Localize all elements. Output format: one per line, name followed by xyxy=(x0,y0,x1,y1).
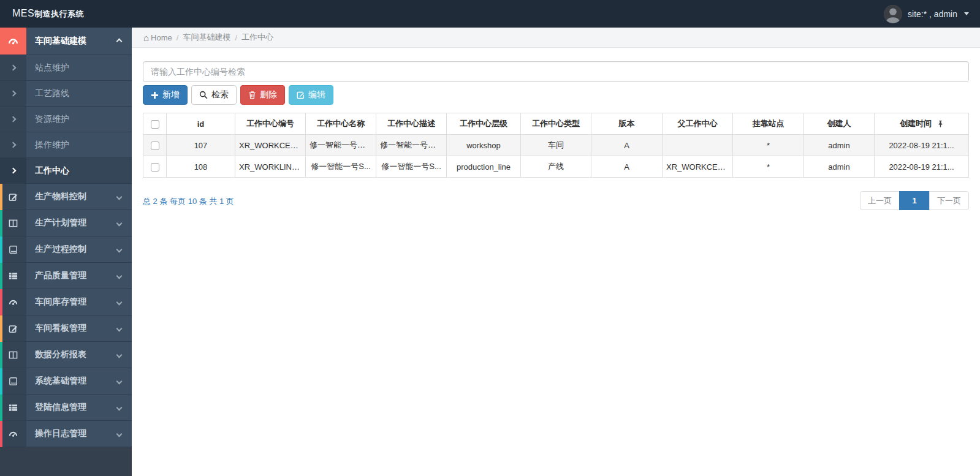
sidebar-item-label: 站点维护 xyxy=(26,55,132,80)
column-header-creator[interactable]: 创建人 xyxy=(804,113,875,135)
row-select-cell xyxy=(143,156,167,178)
chevron-down-icon xyxy=(116,194,123,200)
table-cell: 2022-08-19 21:1... xyxy=(875,156,969,178)
chevron-down-icon xyxy=(116,431,123,437)
column-header-code[interactable]: 工作中心编号 xyxy=(235,113,306,135)
sidebar-section-workshop-basic-modeling[interactable]: 车间基础建模 xyxy=(0,28,132,55)
sidebar-section-production-material-control[interactable]: 生产物料控制 xyxy=(0,184,132,210)
column-header-type[interactable]: 工作中心类型 xyxy=(521,113,591,135)
breadcrumb-section[interactable]: 车间基础建模 xyxy=(183,32,230,43)
table-cell: A xyxy=(591,156,663,178)
edit-icon xyxy=(0,184,26,210)
column-header-level[interactable]: 工作中心层级 xyxy=(447,113,521,135)
sidebar-item-operation-maintenance[interactable]: 操作维护 xyxy=(0,132,132,158)
user-label: site:* , admin xyxy=(908,9,957,19)
sidebar-section-data-analysis-report[interactable]: 数据分析报表 xyxy=(0,342,132,368)
column-header-parent[interactable]: 父工作中心 xyxy=(663,113,733,135)
column-header-name[interactable]: 工作中心名称 xyxy=(306,113,376,135)
add-button[interactable]: 新增 xyxy=(143,85,188,105)
book-icon xyxy=(0,236,26,262)
home-icon: ⌂ xyxy=(143,33,149,42)
sidebar-section-label: 操作日志管理 xyxy=(26,421,117,447)
sidebar-section-label: 车间基础建模 xyxy=(26,28,117,55)
sidebar-item-site-maintenance[interactable]: 站点维护 xyxy=(0,55,132,81)
section-color-strip xyxy=(0,421,2,447)
row-checkbox[interactable] xyxy=(151,142,159,150)
sidebar: 车间基础建模 站点维护 工艺路线 资源维护 操作维护 工作中心 生产物料控制 生… xyxy=(0,28,132,476)
table-cell: * xyxy=(733,135,804,156)
pin-icon[interactable] xyxy=(938,120,943,127)
column-header-description[interactable]: 工作中心描述 xyxy=(376,113,447,135)
content-panel: 新增 检索 删除 编辑 xyxy=(132,48,980,210)
sidebar-section-operation-log-management[interactable]: 操作日志管理 xyxy=(0,421,132,447)
table-row[interactable]: 107 XR_WORKCEN... 修一智能一号车间 修一智能一号车间 work… xyxy=(143,135,969,156)
sidebar-item-process-route[interactable]: 工艺路线 xyxy=(0,81,132,107)
chevron-down-icon xyxy=(116,246,123,252)
sidebar-section-product-quality-management[interactable]: 产品质量管理 xyxy=(0,263,132,289)
table-cell: 修一智能一号S... xyxy=(376,156,447,178)
main-area: ⌂ Home / 车间基础建模 / 工作中心 新增 检索 删除 编辑 xyxy=(132,28,980,476)
search-button[interactable]: 检索 xyxy=(191,85,237,105)
table-cell: production_line xyxy=(447,156,521,178)
columns-icon xyxy=(0,210,26,236)
column-header-station[interactable]: 挂靠站点 xyxy=(733,113,804,135)
table-cell: 107 xyxy=(167,135,235,156)
sidebar-item-label: 操作维护 xyxy=(26,132,132,157)
column-header-version[interactable]: 版本 xyxy=(591,113,663,135)
sidebar-item-resource-maintenance[interactable]: 资源维护 xyxy=(0,107,132,132)
caret-down-icon xyxy=(964,12,969,15)
next-page-button[interactable]: 下一页 xyxy=(929,191,969,210)
breadcrumb-home-link[interactable]: ⌂ Home xyxy=(143,33,172,42)
app-logo: MES制造执行系统 xyxy=(12,8,84,20)
column-header-id[interactable]: id xyxy=(167,113,235,135)
section-color-strip xyxy=(0,315,2,342)
trash-icon xyxy=(248,91,256,99)
person-silhouette-icon xyxy=(884,5,902,23)
chevron-right-icon xyxy=(0,132,26,157)
page-1-button[interactable]: 1 xyxy=(899,191,930,210)
table-cell: 车间 xyxy=(521,135,591,156)
sidebar-section-workshop-kanban-management[interactable]: 车间看板管理 xyxy=(0,315,132,342)
add-button-label: 新增 xyxy=(162,89,180,100)
prev-page-button[interactable]: 上一页 xyxy=(860,191,900,210)
sidebar-section-label: 登陆信息管理 xyxy=(26,395,117,420)
select-all-checkbox[interactable] xyxy=(151,120,159,129)
workcenter-table: id 工作中心编号 工作中心名称 工作中心描述 工作中心层级 工作中心类型 版本… xyxy=(143,113,969,178)
edit-button[interactable]: 编辑 xyxy=(289,85,333,105)
column-header-created-time[interactable]: 创建时间 xyxy=(875,113,969,135)
row-checkbox[interactable] xyxy=(151,163,159,172)
table-cell: * xyxy=(733,156,804,178)
sidebar-section-production-process-control[interactable]: 生产过程控制 xyxy=(0,236,132,263)
sidebar-section-label: 车间库存管理 xyxy=(26,289,117,315)
section-color-strip xyxy=(0,395,2,421)
table-cell xyxy=(663,135,733,156)
delete-button[interactable]: 删除 xyxy=(240,85,285,105)
table-cell: XR_WORKLINE... xyxy=(235,156,306,178)
search-input[interactable] xyxy=(143,61,969,82)
section-color-strip xyxy=(0,289,2,315)
chevron-right-icon xyxy=(0,107,26,132)
sidebar-section-label: 车间看板管理 xyxy=(26,315,117,341)
chevron-right-icon xyxy=(0,55,26,80)
user-avatar xyxy=(884,5,902,23)
section-color-strip xyxy=(0,210,2,236)
sidebar-section-workshop-inventory-management[interactable]: 车间库存管理 xyxy=(0,289,132,315)
chevron-down-icon xyxy=(116,220,123,226)
table-header-row: id 工作中心编号 工作中心名称 工作中心描述 工作中心层级 工作中心类型 版本… xyxy=(143,113,969,135)
app-logo-bold: MES xyxy=(12,8,34,19)
table-cell: 2022-08-19 21:1... xyxy=(875,135,969,156)
breadcrumb-separator: / xyxy=(235,33,237,42)
sidebar-section-label: 生产计划管理 xyxy=(26,210,117,236)
section-color-strip xyxy=(0,236,2,263)
pagination-summary[interactable]: 总 2 条 每页 10 条 共 1 页 xyxy=(143,191,234,207)
gauge-icon xyxy=(0,421,26,447)
columns-icon xyxy=(0,342,26,368)
sidebar-section-system-basic-management[interactable]: 系统基础管理 xyxy=(0,368,132,395)
sidebar-section-production-plan-management[interactable]: 生产计划管理 xyxy=(0,210,132,236)
table-row[interactable]: 108 XR_WORKLINE... 修一智能一号S... 修一智能一号S...… xyxy=(143,156,969,178)
list-icon xyxy=(0,263,26,289)
sidebar-item-label: 资源维护 xyxy=(26,107,132,132)
sidebar-section-login-info-management[interactable]: 登陆信息管理 xyxy=(0,395,132,421)
user-menu[interactable]: site:* , admin xyxy=(884,5,969,23)
sidebar-item-work-center[interactable]: 工作中心 xyxy=(0,158,132,184)
